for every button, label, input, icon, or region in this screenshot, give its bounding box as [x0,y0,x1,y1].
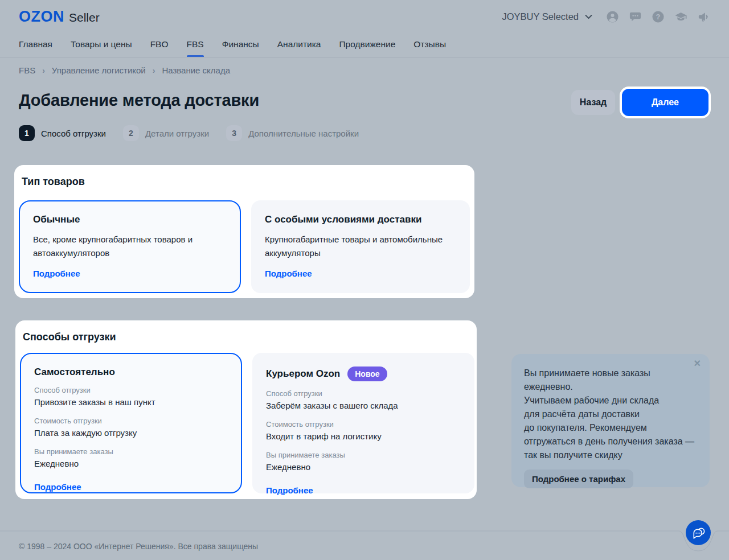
chevron-down-icon [585,14,592,19]
option-regular-goods[interactable]: Обычные Все, кроме крупногабаритных това… [19,200,241,293]
tariffs-details-button[interactable]: Подробнее о тарифах [524,470,633,488]
option-self-delivery[interactable]: Самостоятельно Способ отгрузки Привозите… [20,353,242,493]
nav-item-tovary-i-tseny[interactable]: Товары и цены [71,32,132,57]
breadcrumb: FBS › Управление логистикой › Название с… [19,65,230,75]
nav-item-fbs[interactable]: FBS [187,32,204,57]
breadcrumb-fbs[interactable]: FBS [19,65,35,75]
field-label: Способ отгрузки [34,385,228,395]
footer-divider [0,512,729,560]
account-dropdown[interactable]: JOYBUY Selected [502,11,592,22]
option-ozon-courier[interactable]: Курьером Ozon Новое Способ отгрузки Забе… [252,353,474,493]
help-icon[interactable]: ? [652,10,665,23]
nav-item-analitika[interactable]: Аналитика [277,32,321,57]
page-title: Добавление метода доставки [19,91,259,110]
option-title-row: Курьером Ozon Новое [266,367,461,381]
field-shipment-cost: Стоимость отгрузки Плата за каждую отгру… [34,416,228,439]
shipment-methods-card: Способы отгрузки Самостоятельно Способ о… [15,320,477,499]
step-3-badge: 3 [226,125,242,141]
field-value: Входит в тариф на логистику [266,430,461,443]
option-title: Обычные [33,214,227,225]
account-label: JOYBUY Selected [502,11,579,22]
logo-ozon-text: OZON [19,8,64,26]
shipment-methods-title: Способы отгрузки [23,331,472,343]
details-link[interactable]: Подробнее [33,269,80,278]
field-value: Плата за каждую отгрузку [34,427,228,439]
field-value: Ежедневно [266,461,461,473]
field-order-acceptance: Вы принимаете заказы Ежедневно [266,450,461,473]
product-type-card: Тип товаров Обычные Все, кроме крупногаб… [14,165,474,298]
field-order-acceptance: Вы принимаете заказы Ежедневно [34,447,228,470]
product-type-options: Обычные Все, кроме крупногабаритных това… [19,200,470,293]
logo-seller-text: Seller [69,11,100,24]
messages-icon[interactable] [629,10,642,23]
step-2-badge: 2 [123,125,139,141]
onboarding-tooltip: ✕ Вы принимаете новые заказы ежедневно. … [511,354,710,487]
field-shipment-cost: Стоимость отгрузки Входит в тариф на лог… [266,419,461,443]
next-button-highlight-ring: Далее [620,87,711,118]
step-2-label: Детали отгрузки [145,129,209,138]
breadcrumb-warehouse[interactable]: Название склада [162,65,230,75]
breadcrumb-chevron-icon: › [153,66,155,75]
step-1-label: Способ отгрузки [41,129,106,138]
nav-item-otzyvy[interactable]: Отзывы [413,32,446,57]
option-title: С особыми условиями доставки [265,214,456,225]
step-1-badge: 1 [19,125,35,141]
breadcrumb-chevron-icon: › [42,66,45,75]
option-description: Все, кроме крупногабаритных товаров и ав… [33,233,227,260]
details-link[interactable]: Подробнее [34,482,81,492]
step-2-shipment-details: 2 Детали отгрузки [123,125,209,141]
announcements-icon[interactable] [697,10,710,23]
field-value: Привозите заказы в наш пункт [34,396,228,409]
education-icon[interactable] [674,10,687,23]
field-shipment-method: Способ отгрузки Заберём заказы с вашего … [266,389,461,412]
nav-item-finansy[interactable]: Финансы [222,32,259,57]
field-label: Вы принимаете заказы [266,450,461,460]
step-1-shipment-method: 1 Способ отгрузки [19,125,106,141]
option-title: Самостоятельно [34,367,228,378]
ozon-seller-logo[interactable]: OZON Seller [19,8,100,26]
field-label: Стоимость отгрузки [266,419,461,429]
field-label: Стоимость отгрузки [34,416,228,426]
field-shipment-method: Способ отгрузки Привозите заказы в наш п… [34,385,228,409]
step-3-label: Дополнительные настройки [248,129,359,138]
next-button[interactable]: Далее [622,89,708,116]
breadcrumb-logistics[interactable]: Управление логистикой [52,65,146,75]
header-divider [0,57,729,57]
ozon-seller-page: OZON Seller JOYBUY Selected ? [0,0,729,560]
field-label: Способ отгрузки [266,389,461,398]
svg-text:?: ? [656,12,661,20]
nav-item-prodvizhenie[interactable]: Продвижение [339,32,395,57]
option-special-delivery-goods[interactable]: С особыми условиями доставки Крупногабар… [251,200,470,293]
details-link[interactable]: Подробнее [265,269,312,278]
field-label: Вы принимаете заказы [34,447,228,456]
field-value: Заберём заказы с вашего склада [266,400,461,412]
tooltip-text: Вы принимаете новые заказы ежедневно. Уч… [524,367,697,462]
back-button[interactable]: Назад [571,90,615,115]
chat-bubbles-icon [691,525,706,541]
support-chat-button[interactable] [686,520,711,545]
close-icon[interactable]: ✕ [694,359,701,368]
field-value: Ежедневно [34,458,228,470]
product-type-title: Тип товаров [22,176,470,188]
step-3-additional-settings: 3 Дополнительные настройки [226,125,359,141]
top-bar-right: JOYBUY Selected ? [502,10,710,23]
profile-icon[interactable] [606,10,619,23]
copyright-text: © 1998 – 2024 ООО «Интернет Решения». Вс… [19,542,258,551]
top-bar: OZON Seller JOYBUY Selected ? [0,0,729,33]
option-description: Крупногабаритные товары и автомобильные … [265,233,456,260]
option-title: Курьером Ozon [266,368,340,380]
nav-item-fbo[interactable]: FBO [150,32,169,57]
main-nav: Главная Товары и цены FBO FBS Финансы Ан… [0,32,729,57]
wizard-steps: 1 Способ отгрузки 2 Детали отгрузки 3 До… [19,125,359,141]
shipment-method-options: Самостоятельно Способ отгрузки Привозите… [20,353,474,493]
nav-item-glavnaya[interactable]: Главная [19,32,52,57]
new-badge: Новое [347,367,387,381]
details-link[interactable]: Подробнее [266,485,313,495]
header-icons: ? [606,10,710,23]
